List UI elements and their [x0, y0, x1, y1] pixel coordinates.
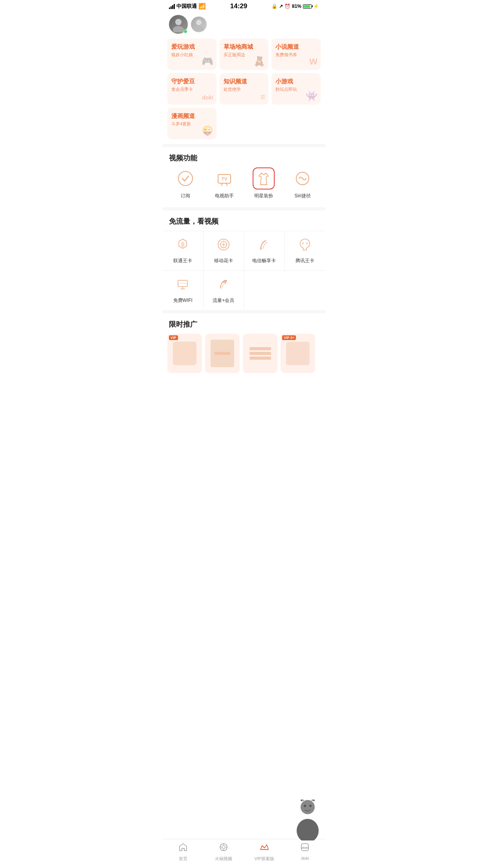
mobile-label: 移动花卡 — [214, 257, 233, 264]
svg-point-15 — [260, 248, 262, 250]
status-time: 14:29 — [230, 2, 247, 10]
vip-badge-4: VIP 3+ — [282, 335, 296, 340]
battery-percent: 81% — [292, 4, 301, 9]
flow-icon — [216, 277, 231, 294]
signal-icon — [169, 4, 175, 9]
siri-icon-wrap — [292, 167, 314, 189]
dress-icon-wrap — [253, 167, 275, 189]
tv-icon-wrap: TV — [213, 167, 235, 189]
traffic-unicom[interactable]: 联通王卡 — [163, 231, 204, 271]
mobile-icon — [216, 237, 231, 254]
traffic-mobile[interactable]: 移动花卡 — [204, 231, 244, 271]
second-avatar[interactable] — [191, 17, 207, 32]
status-left: 中国联通 📶 — [169, 3, 206, 10]
feature-tv[interactable]: TV 电视助手 — [205, 167, 244, 199]
shop-icon: 🧸 — [253, 56, 265, 67]
manga-icon: 😜 — [202, 125, 213, 136]
unicom-icon — [176, 237, 190, 254]
wifi-icon: 📶 — [198, 3, 206, 10]
svg-point-3 — [194, 26, 204, 31]
siri-label: Siri捷径 — [295, 193, 311, 199]
card-manga[interactable]: 漫画频道 斗罗4更新 😜 — [167, 108, 216, 139]
promo-card-1[interactable]: VIP — [167, 334, 202, 373]
promo-card-2[interactable] — [205, 334, 240, 373]
gamepad-icon: 🎮 — [202, 56, 213, 67]
svg-point-0 — [175, 19, 182, 25]
feature-siri[interactable]: Siri捷径 — [283, 167, 323, 199]
online-indicator — [183, 29, 187, 33]
subscribe-label: 订阅 — [181, 193, 190, 199]
status-bar: 中国联通 📶 14:29 🔒 ↗ ⏰ 81% ⚡ — [163, 0, 325, 12]
card-novel[interactable]: 小说频道 免费领书券 W — [272, 39, 321, 70]
wifi-label: 免费WIFI — [173, 297, 193, 304]
svg-point-4 — [178, 171, 193, 186]
status-right: 🔒 ↗ ⏰ 81% ⚡ — [272, 4, 319, 9]
promo-cards-row: VIP VIP 3+ — [163, 334, 325, 381]
svg-point-2 — [196, 20, 202, 25]
battery-icon — [303, 4, 312, 9]
traffic-tencent[interactable]: 腾讯王卡 — [285, 231, 326, 271]
svg-point-16 — [302, 243, 304, 245]
video-section-title: 视频功能 — [163, 147, 325, 167]
svg-point-17 — [306, 243, 308, 245]
flow-label: 流量+会员 — [213, 297, 234, 304]
book-icon: W — [309, 57, 317, 67]
feature-cards-grid: 爱玩游戏 狐妖小红娘 🎮 草场地商城 买正版周边 🧸 小说频道 免费领书券 W … — [163, 39, 325, 144]
telecom-icon — [257, 237, 271, 254]
traffic-flow[interactable]: 流量+会员 — [204, 271, 244, 310]
tencent-icon — [298, 237, 312, 254]
svg-text:TV: TV — [222, 177, 227, 181]
wifi-free-icon — [176, 277, 190, 294]
carrier-label: 中国联通 — [176, 3, 197, 10]
traffic-grid-row2: 免费WIFI 流量+会员 — [163, 271, 325, 310]
features-row: 订阅 TV 电视助手 — [163, 167, 325, 207]
telecom-label: 电信畅享卡 — [252, 257, 276, 264]
card-knowledge[interactable]: 知识频道 处世绝学 ≡ — [220, 73, 269, 105]
feature-subscribe[interactable]: 订阅 — [166, 167, 205, 199]
divider1 — [163, 144, 325, 147]
promo-section: 限时推广 VIP VIP 3+ — [163, 313, 325, 381]
svg-point-1 — [173, 26, 184, 32]
traffic-section-title: 免流量，看视频 — [163, 210, 325, 231]
card-idol[interactable]: 守护爱豆 拿会员季卡 doki — [167, 73, 216, 105]
feature-dress[interactable]: 明星装扮 — [244, 167, 283, 199]
tv-label: 电视助手 — [215, 193, 234, 199]
traffic-wifi[interactable]: 免费WIFI — [163, 271, 204, 310]
card-shop[interactable]: 草场地商城 买正版周边 🧸 — [220, 39, 269, 70]
promo-section-title: 限时推广 — [163, 313, 325, 334]
unicom-label: 联通王卡 — [173, 257, 192, 264]
card-gaming[interactable]: 爱玩游戏 狐妖小红娘 🎮 — [167, 39, 216, 70]
header-area — [163, 12, 325, 39]
divider3 — [163, 310, 325, 313]
ghost-icon: 👾 — [306, 90, 317, 101]
list-icon: ≡ — [260, 93, 265, 101]
traffic-section: 免流量，看视频 联通王卡 — [163, 210, 325, 310]
promo-card-4[interactable]: VIP 3+ — [281, 334, 315, 373]
dress-label: 明星装扮 — [254, 193, 273, 199]
location-icon: ↗ — [279, 4, 283, 9]
charging-icon: ⚡ — [313, 4, 319, 9]
card-minigame[interactable]: 小游戏 秒玩点即玩 👾 — [272, 73, 321, 105]
divider2 — [163, 207, 325, 210]
doki-icon: doki — [202, 94, 213, 101]
tencent-label: 腾讯王卡 — [295, 257, 314, 264]
traffic-telecom[interactable]: 电信畅享卡 — [244, 231, 285, 271]
promo-card-3[interactable] — [243, 334, 277, 373]
user-avatar[interactable] — [169, 15, 188, 34]
subscribe-icon-wrap — [174, 167, 196, 189]
vip-badge-1: VIP — [169, 335, 178, 340]
video-features-section: 视频功能 订阅 TV — [163, 147, 325, 207]
traffic-grid-row1: 联通王卡 移动花卡 — [163, 231, 325, 271]
alarm-icon: ⏰ — [284, 4, 290, 9]
lock-icon: 🔒 — [272, 4, 277, 9]
